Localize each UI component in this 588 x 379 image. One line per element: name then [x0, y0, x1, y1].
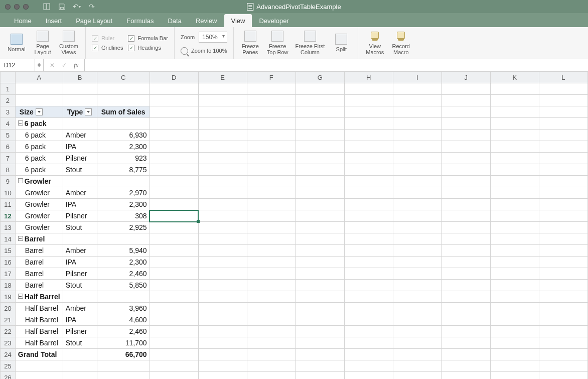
- cell-H2[interactable]: [344, 95, 393, 106]
- cell-B3[interactable]: Type: [63, 106, 97, 118]
- cell-H15[interactable]: [344, 245, 393, 257]
- cell-A4[interactable]: 6 pack: [15, 118, 63, 130]
- cell-H7[interactable]: [344, 153, 393, 164]
- cell-B17[interactable]: Pilsner: [63, 268, 97, 280]
- cell-I26[interactable]: [393, 372, 442, 380]
- cell-F24[interactable]: [247, 349, 296, 360]
- cell-A26[interactable]: [15, 372, 63, 380]
- view-macros-button[interactable]: View Macros: [364, 28, 385, 58]
- cell-J6[interactable]: [442, 141, 490, 153]
- cell-I22[interactable]: [393, 326, 442, 337]
- cell-A17[interactable]: Barrel: [15, 268, 63, 280]
- custom-views-button[interactable]: Custom Views: [58, 28, 79, 58]
- page-layout-button[interactable]: Page Layout: [32, 28, 53, 58]
- cell-I1[interactable]: [393, 83, 442, 95]
- cell-E16[interactable]: [198, 257, 247, 268]
- cell-G17[interactable]: [296, 268, 344, 280]
- cell-G9[interactable]: [296, 176, 344, 187]
- cell-K3[interactable]: [490, 106, 539, 118]
- cell-B23[interactable]: Stout: [63, 337, 97, 349]
- cell-E10[interactable]: [198, 187, 247, 199]
- cell-G11[interactable]: [296, 199, 344, 210]
- cancel-icon[interactable]: ✕: [50, 62, 55, 69]
- cell-K9[interactable]: [490, 176, 539, 187]
- row-header-25[interactable]: 25: [1, 360, 16, 372]
- cell-J26[interactable]: [442, 372, 490, 380]
- cell-G19[interactable]: [296, 291, 344, 303]
- cell-E22[interactable]: [198, 326, 247, 337]
- cell-A10[interactable]: Growler: [15, 187, 63, 199]
- cell-D6[interactable]: [150, 141, 198, 153]
- cell-B19[interactable]: [63, 291, 97, 303]
- cell-L15[interactable]: [539, 245, 587, 257]
- cell-H26[interactable]: [344, 372, 393, 380]
- cell-K20[interactable]: [490, 303, 539, 314]
- cell-D23[interactable]: [150, 337, 198, 349]
- cell-J1[interactable]: [442, 83, 490, 95]
- cell-L24[interactable]: [539, 349, 587, 360]
- cell-C4[interactable]: [97, 118, 150, 130]
- cell-B5[interactable]: Amber: [63, 130, 97, 141]
- cell-E24[interactable]: [198, 349, 247, 360]
- cell-I25[interactable]: [393, 360, 442, 372]
- collapse-icon[interactable]: [18, 120, 23, 125]
- cell-E3[interactable]: [198, 106, 247, 118]
- cell-G3[interactable]: [296, 106, 344, 118]
- cell-I10[interactable]: [393, 187, 442, 199]
- cell-L1[interactable]: [539, 83, 587, 95]
- cell-J21[interactable]: [442, 314, 490, 326]
- cell-E19[interactable]: [198, 291, 247, 303]
- cell-L13[interactable]: [539, 222, 587, 233]
- cell-K15[interactable]: [490, 245, 539, 257]
- cell-K5[interactable]: [490, 130, 539, 141]
- cell-E17[interactable]: [198, 268, 247, 280]
- cell-D15[interactable]: [150, 245, 198, 257]
- cell-H6[interactable]: [344, 141, 393, 153]
- cell-E8[interactable]: [198, 164, 247, 176]
- cell-F15[interactable]: [247, 245, 296, 257]
- cell-C20[interactable]: 3,960: [97, 303, 150, 314]
- confirm-icon[interactable]: ✓: [62, 62, 67, 69]
- row-header-3[interactable]: 3: [1, 106, 16, 118]
- cell-J19[interactable]: [442, 291, 490, 303]
- cell-J15[interactable]: [442, 245, 490, 257]
- cell-J7[interactable]: [442, 153, 490, 164]
- cell-E21[interactable]: [198, 314, 247, 326]
- cell-K18[interactable]: [490, 280, 539, 291]
- cell-K14[interactable]: [490, 233, 539, 245]
- col-header-C[interactable]: C: [97, 72, 150, 83]
- col-header-H[interactable]: H: [344, 72, 393, 83]
- cell-C5[interactable]: 6,930: [97, 130, 150, 141]
- col-header-J[interactable]: J: [442, 72, 490, 83]
- cell-F2[interactable]: [247, 95, 296, 106]
- tab-review[interactable]: Review: [189, 14, 224, 27]
- cell-F6[interactable]: [247, 141, 296, 153]
- cell-K19[interactable]: [490, 291, 539, 303]
- cell-H23[interactable]: [344, 337, 393, 349]
- cell-K10[interactable]: [490, 187, 539, 199]
- cell-E12[interactable]: [198, 210, 247, 222]
- cell-J5[interactable]: [442, 130, 490, 141]
- cell-H17[interactable]: [344, 268, 393, 280]
- cell-F18[interactable]: [247, 280, 296, 291]
- cell-D8[interactable]: [150, 164, 198, 176]
- cell-L19[interactable]: [539, 291, 587, 303]
- col-header-I[interactable]: I: [393, 72, 442, 83]
- cell-J17[interactable]: [442, 268, 490, 280]
- row-header-24[interactable]: 24: [1, 349, 16, 360]
- cell-D20[interactable]: [150, 303, 198, 314]
- cell-K22[interactable]: [490, 326, 539, 337]
- cell-F26[interactable]: [247, 372, 296, 380]
- cell-I19[interactable]: [393, 291, 442, 303]
- cell-G8[interactable]: [296, 164, 344, 176]
- cell-D12[interactable]: [150, 210, 198, 222]
- cell-L26[interactable]: [539, 372, 587, 380]
- col-header-L[interactable]: L: [539, 72, 587, 83]
- cell-I14[interactable]: [393, 233, 442, 245]
- row-header-22[interactable]: 22: [1, 326, 16, 337]
- cell-F9[interactable]: [247, 176, 296, 187]
- traffic-min-icon[interactable]: [14, 4, 20, 10]
- cell-L6[interactable]: [539, 141, 587, 153]
- cell-J4[interactable]: [442, 118, 490, 130]
- row-header-12[interactable]: 12: [1, 210, 16, 222]
